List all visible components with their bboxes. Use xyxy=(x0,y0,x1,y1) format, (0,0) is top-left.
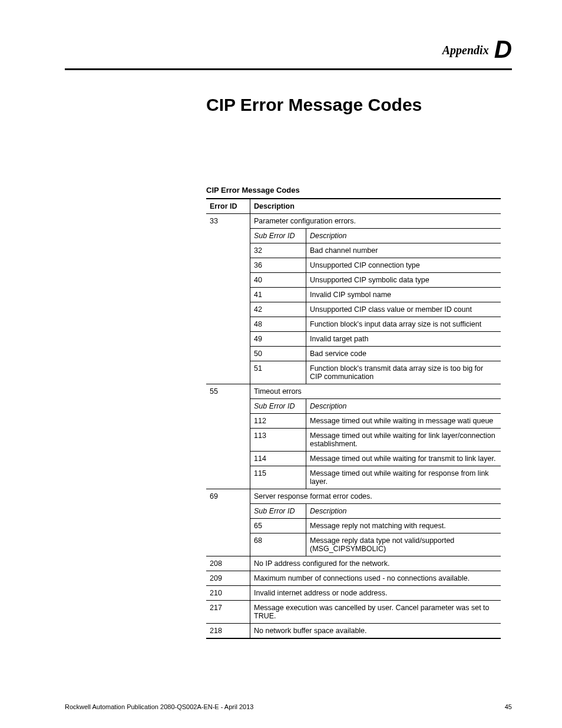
description-cell: Invalid internet address or node address… xyxy=(250,586,501,601)
group-label: Timeout errors xyxy=(250,384,501,398)
table-row: 209Maximum number of connections used - … xyxy=(206,571,501,586)
footer: Rockwell Automation Publication 2080-QS0… xyxy=(65,703,512,710)
sub-id: 112 xyxy=(250,414,306,429)
sub-error-table: Sub Error ID Description 112Message time… xyxy=(250,398,501,489)
table-row: 115Message timed out while waiting for r… xyxy=(250,466,501,489)
sub-desc: Message timed out while waiting for link… xyxy=(306,429,501,452)
sub-desc: Message reply data type not valid/suppor… xyxy=(306,533,501,556)
error-id-cell: 69 xyxy=(206,489,250,556)
table-row: 55 Timeout errors Sub Error ID Descripti… xyxy=(206,384,501,489)
table-row: 114Message timed out while waiting for t… xyxy=(250,452,501,466)
sub-error-table: Sub Error ID Description 65Message reply… xyxy=(250,503,501,556)
sub-id: 113 xyxy=(250,429,306,452)
sub-id: 48 xyxy=(250,317,306,332)
error-id-cell: 210 xyxy=(206,586,250,601)
sub-desc: Bad channel number xyxy=(306,243,501,258)
table-row: 51Function block's transmit data array s… xyxy=(250,361,501,384)
table-row: 69 Server response format error codes. S… xyxy=(206,489,501,556)
content-area: CIP Error Message Codes CIP Error Messag… xyxy=(206,95,512,639)
error-id-cell: 55 xyxy=(206,384,250,489)
error-id-cell: 217 xyxy=(206,601,250,624)
appendix-letter: D xyxy=(494,35,512,63)
table-row: 68Message reply data type not valid/supp… xyxy=(250,533,501,556)
description-cell: Message execution was cancelled by user.… xyxy=(250,601,501,624)
table-row: 36Unsupported CIP connection type xyxy=(250,258,501,273)
group-label: Server response format error codes. xyxy=(250,489,501,503)
sub-desc: Invalid target path xyxy=(306,332,501,347)
sub-desc: Function block's input data array size i… xyxy=(306,317,501,332)
col-header-description: Description xyxy=(250,199,501,214)
description-cell: Parameter configuration errors. Sub Erro… xyxy=(250,214,501,384)
description-cell: No network buffer space available. xyxy=(250,624,501,639)
sub-id: 51 xyxy=(250,361,306,384)
sub-desc: Function block's transmit data array siz… xyxy=(306,361,501,384)
sub-col-id: Sub Error ID xyxy=(250,229,306,243)
sub-desc: Message timed out while waiting for tran… xyxy=(306,452,501,466)
description-cell: Server response format error codes. Sub … xyxy=(250,489,501,556)
sub-id: 68 xyxy=(250,533,306,556)
sub-id: 49 xyxy=(250,332,306,347)
footer-page-number: 45 xyxy=(505,703,512,710)
table-row: 32Bad channel number xyxy=(250,243,501,258)
error-id-cell: 218 xyxy=(206,624,250,639)
sub-id: 114 xyxy=(250,452,306,466)
page-title: CIP Error Message Codes xyxy=(206,95,512,115)
table-row: 208No IP address configured for the netw… xyxy=(206,556,501,571)
sub-id: 40 xyxy=(250,273,306,288)
sub-id: 65 xyxy=(250,519,306,533)
sub-desc: Unsupported CIP symbolic data type xyxy=(306,273,501,288)
error-id-cell: 208 xyxy=(206,556,250,571)
page: Appendix D CIP Error Message Codes CIP E… xyxy=(0,0,562,728)
table-row: 49Invalid target path xyxy=(250,332,501,347)
error-id-cell: 209 xyxy=(206,571,250,586)
error-codes-table: Error ID Description 33 Parameter config… xyxy=(206,198,501,639)
table-row: 218No network buffer space available. xyxy=(206,624,501,639)
sub-id: 50 xyxy=(250,347,306,361)
table-row: 40Unsupported CIP symbolic data type xyxy=(250,273,501,288)
sub-desc: Bad service code xyxy=(306,347,501,361)
group-label: Parameter configuration errors. xyxy=(250,214,501,228)
sub-col-desc: Description xyxy=(306,229,501,243)
description-cell: Timeout errors Sub Error ID Description … xyxy=(250,384,501,489)
header-rule xyxy=(65,68,512,70)
sub-id: 42 xyxy=(250,302,306,317)
sub-desc: Unsupported CIP connection type xyxy=(306,258,501,273)
table-row: 210Invalid internet address or node addr… xyxy=(206,586,501,601)
sub-id: 36 xyxy=(250,258,306,273)
sub-id: 41 xyxy=(250,288,306,302)
sub-desc: Unsupported CIP class value or member ID… xyxy=(306,302,501,317)
table-row: 113Message timed out while waiting for l… xyxy=(250,429,501,452)
table-caption: CIP Error Message Codes xyxy=(206,186,512,195)
sub-desc: Message reply not matching with request. xyxy=(306,519,501,533)
footer-publication: Rockwell Automation Publication 2080-QS0… xyxy=(65,703,253,710)
sub-col-desc: Description xyxy=(306,504,501,519)
sub-id: 115 xyxy=(250,466,306,489)
table-row: 48Function block's input data array size… xyxy=(250,317,501,332)
table-row: 217Message execution was cancelled by us… xyxy=(206,601,501,624)
appendix-label: Appendix xyxy=(442,44,489,57)
table-row: 65Message reply not matching with reques… xyxy=(250,519,501,533)
description-cell: No IP address configured for the network… xyxy=(250,556,501,571)
sub-col-id: Sub Error ID xyxy=(250,399,306,414)
sub-col-desc: Description xyxy=(306,399,501,414)
table-row: 42Unsupported CIP class value or member … xyxy=(250,302,501,317)
table-row: 33 Parameter configuration errors. Sub E… xyxy=(206,214,501,384)
sub-desc: Message timed out while waiting for resp… xyxy=(306,466,501,489)
sub-desc: Invalid CIP symbol name xyxy=(306,288,501,302)
table-row: 112Message timed out while waiting in me… xyxy=(250,414,501,429)
description-cell: Maximum number of connections used - no … xyxy=(250,571,501,586)
col-header-error-id: Error ID xyxy=(206,199,250,214)
appendix-header: Appendix D xyxy=(65,35,512,64)
sub-id: 32 xyxy=(250,243,306,258)
table-row: 41Invalid CIP symbol name xyxy=(250,288,501,302)
sub-col-id: Sub Error ID xyxy=(250,504,306,519)
table-row: 50Bad service code xyxy=(250,347,501,361)
error-id-cell: 33 xyxy=(206,214,250,384)
sub-desc: Message timed out while waiting in messa… xyxy=(306,414,501,429)
sub-error-table: Sub Error ID Description 32Bad channel n… xyxy=(250,228,501,384)
